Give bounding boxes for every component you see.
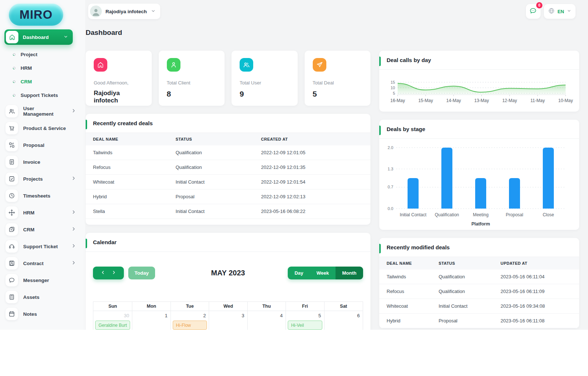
globe-icon	[548, 7, 555, 14]
sidebar-item-label: Contract	[23, 261, 66, 266]
chevron-right-icon	[71, 260, 76, 265]
calendar-day-cell[interactable]: 30Geraldine Burt	[93, 311, 132, 330]
chevron-right-icon	[71, 176, 76, 182]
table-row: RefocusQualification2022-12-09 12:01:35	[86, 160, 370, 175]
messages-button[interactable]: 0	[526, 4, 541, 19]
calendar-day-cell[interactable]: 5Hi-Veil	[286, 311, 324, 330]
svg-text:13-May: 13-May	[474, 98, 489, 103]
chevron-right-icon	[71, 108, 76, 115]
dashboard-grid: Good Afternoon,Rajodiya infotechTotal Cl…	[86, 51, 588, 330]
weekday-header: Sun	[93, 302, 132, 311]
content-area: Rajodiya infotech 0 EN Dashboard	[85, 0, 588, 330]
chevron-right-icon	[71, 260, 76, 267]
day-number: 3	[209, 312, 247, 320]
column-header: UPDATED AT	[493, 257, 579, 270]
chevron-right-icon	[71, 176, 76, 181]
table-row: TailwindsQualification2022-12-09 12:01:0…	[86, 145, 370, 160]
table-cell: 2023-05-16 06:08:22	[254, 204, 370, 219]
table-header-row: DEAL NAMESTATUSCREATED AT	[86, 133, 370, 145]
sidebar-subitem-crm[interactable]: CRM	[4, 75, 85, 88]
company-dropdown[interactable]: Rajodiya infotech	[88, 4, 160, 19]
clock-icon	[8, 192, 15, 199]
table-cell: 2022-12-09 12:01:05	[254, 145, 370, 160]
calendar-event[interactable]: Geraldine Burt	[95, 321, 130, 330]
calendar-day-cell[interactable]: 3	[209, 311, 247, 330]
sidebar-item-messenger[interactable]: Messenger	[4, 272, 85, 289]
sidebar-item-notes[interactable]: Notes	[4, 306, 85, 322]
calendar-today-button[interactable]: Today	[128, 267, 155, 279]
sidebar-subitem-support-tickets[interactable]: Support Tickets	[4, 88, 85, 102]
svg-text:Close: Close	[543, 212, 554, 217]
sidebar-item-invoice[interactable]: Invoice	[4, 153, 85, 170]
sidebar-item-assets[interactable]: Assets	[4, 289, 85, 306]
recently-modified-deals-card: Recently modified deals DEAL NAMESTATUSU…	[379, 238, 579, 328]
svg-text:15: 15	[391, 80, 395, 84]
card-accent	[379, 57, 381, 66]
sidebar-item-product-service[interactable]: Product & Service	[4, 120, 85, 137]
sidebar-item-crm[interactable]: CRM	[4, 221, 85, 238]
sidebar-item-hrm[interactable]: HRM	[4, 204, 85, 221]
calendar-day-cell[interactable]: 1	[132, 311, 171, 330]
calendar-grid: SunMonTueWedThuFriSat30Geraldine Burt12H…	[93, 301, 363, 330]
sidebar-item-contract[interactable]: Contract	[4, 255, 85, 272]
column-header: DEAL NAME	[379, 257, 431, 270]
calculator-icon	[8, 294, 15, 300]
sidebar-item-support-ticket[interactable]: Support Ticket	[4, 238, 85, 255]
table-row: WhitecoatInitial Contact2022-12-09 12:01…	[86, 175, 370, 189]
sidebar-subitem-hrm[interactable]: HRM	[4, 61, 85, 75]
calendar-toolbar: MAY 2023 Today DayWeekMonth	[86, 252, 370, 279]
day-number: 5	[286, 312, 324, 320]
sidebar-item-dashboard[interactable]: Dashboard	[4, 29, 73, 45]
calendar-day-cell[interactable]: 6	[325, 311, 363, 330]
sidebar-item-proposal[interactable]: Proposal	[4, 137, 85, 153]
sidebar-subitem-project[interactable]: Project	[4, 48, 85, 61]
calendar-day-cell[interactable]: 2Hi-Flow	[171, 311, 209, 330]
sidebar-item-projects[interactable]: Projects	[4, 170, 85, 187]
calendar-event[interactable]: Hi-Veil	[288, 321, 322, 330]
weekday-header: Fri	[286, 302, 324, 311]
card-title: Deals by stage	[379, 120, 579, 139]
svg-text:Platform: Platform	[472, 221, 490, 227]
table-row: RefocusQualification2023-05-16 06:11:09	[379, 284, 579, 299]
chart-wrap: 0.00.71.32.0Initial ContactQualification…	[379, 139, 579, 230]
home-icon-chip	[94, 58, 107, 72]
table-header-row: DEAL NAMESTATUSUPDATED AT	[379, 257, 579, 270]
table-cell: Proposal	[431, 314, 493, 328]
calendar-day-cell[interactable]: 4	[248, 311, 286, 330]
app-logo[interactable]: MIRO	[9, 4, 63, 26]
calendar-prev-next-button[interactable]	[93, 267, 124, 279]
left-column: Good Afternoon,Rajodiya infotechTotal Cl…	[86, 51, 370, 330]
sidebar-subitem-label: Support Tickets	[21, 93, 58, 98]
weekday-header: Mon	[132, 302, 171, 311]
sidebar-item-timesheets[interactable]: Timesheets	[4, 187, 85, 204]
table-row: HybridProposal2022-12-09 12:02:13	[86, 189, 370, 204]
calendar-view-week[interactable]: Week	[310, 267, 336, 279]
chevron-right-icon	[71, 209, 76, 215]
topbar-actions: 0 EN	[526, 4, 576, 19]
chevron-right-icon[interactable]	[111, 270, 116, 276]
app-logo-text: MIRO	[19, 8, 53, 22]
calendar-event[interactable]: Hi-Flow	[173, 321, 207, 330]
sidebar-item-user-management[interactable]: User Management	[4, 103, 85, 120]
chevron-down-icon	[63, 34, 68, 40]
weekday-header: Tue	[171, 302, 209, 311]
sidebar-item-label: CRM	[23, 227, 66, 232]
chevron-right-icon	[71, 108, 76, 113]
calendar-view-month[interactable]: Month	[336, 267, 363, 279]
company-name: Rajodiya infotech	[105, 9, 147, 14]
table-cell: Stella	[86, 204, 168, 219]
table-cell: Qualification	[168, 145, 254, 160]
sidebar-subitem-label: CRM	[21, 79, 32, 84]
table-row: HybridProposal2023-05-16 06:11:08	[379, 314, 579, 328]
calendar-view-day[interactable]: Day	[288, 267, 310, 279]
topbar: Rajodiya infotech 0 EN	[85, 0, 588, 19]
sidebar-subnav: ProjectHRMCRMSupport Tickets	[4, 48, 85, 102]
chat-icon-chip	[6, 274, 18, 286]
sidebar-item-label: HRM	[23, 210, 66, 216]
sidebar-item-label: Messenger	[23, 278, 76, 283]
table-spacer	[86, 219, 370, 225]
chevron-down-icon	[63, 34, 68, 39]
table-cell: Whitecoat	[379, 299, 431, 314]
language-dropdown[interactable]: EN	[544, 4, 576, 19]
chevron-left-icon[interactable]	[100, 270, 105, 276]
